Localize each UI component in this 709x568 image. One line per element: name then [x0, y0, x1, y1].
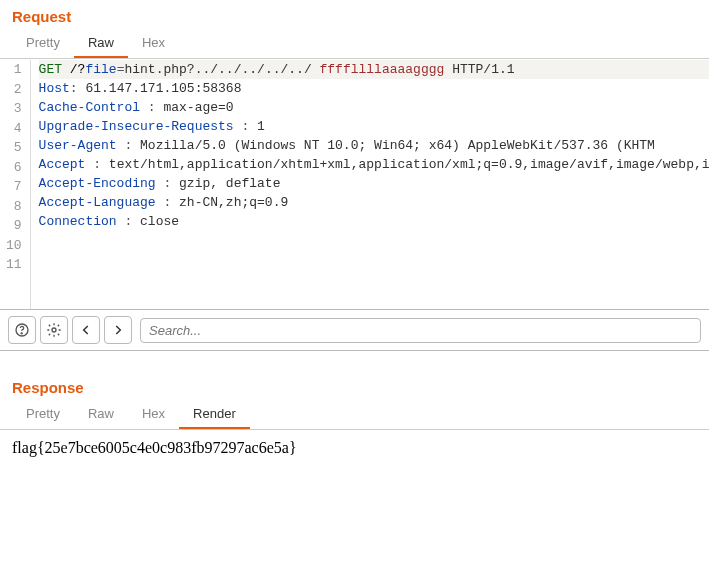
prev-button[interactable]: [72, 316, 100, 344]
search-input[interactable]: [149, 323, 692, 338]
request-raw-body[interactable]: 1 2 3 4 5 6 7 8 9 10 11 GET /?file=hint.…: [0, 60, 709, 309]
help-icon: [14, 322, 30, 338]
next-button[interactable]: [104, 316, 132, 344]
chevron-left-icon: [79, 323, 93, 337]
tab-pretty-request[interactable]: Pretty: [12, 29, 74, 58]
tab-pretty-response[interactable]: Pretty: [12, 400, 74, 429]
toolbar: [0, 309, 709, 351]
svg-point-1: [21, 333, 22, 334]
request-title: Request: [0, 0, 709, 29]
tab-raw-request[interactable]: Raw: [74, 29, 128, 58]
tab-hex-response[interactable]: Hex: [128, 400, 179, 429]
tab-render-response[interactable]: Render: [179, 400, 250, 429]
request-tabs: Pretty Raw Hex: [0, 29, 709, 59]
code-content: GET /?file=hint.php?../../../../../ ffff…: [31, 60, 709, 309]
gear-icon: [46, 322, 62, 338]
tab-hex-request[interactable]: Hex: [128, 29, 179, 58]
settings-button[interactable]: [40, 316, 68, 344]
svg-point-2: [52, 328, 56, 332]
chevron-right-icon: [111, 323, 125, 337]
tab-raw-response[interactable]: Raw: [74, 400, 128, 429]
response-title: Response: [0, 371, 709, 400]
response-render-body[interactable]: flag{25e7bce6005c4e0c983fb97297ac6e5a}: [0, 431, 709, 465]
response-tabs: Pretty Raw Hex Render: [0, 400, 709, 430]
help-button[interactable]: [8, 316, 36, 344]
line-numbers: 1 2 3 4 5 6 7 8 9 10 11: [0, 60, 31, 309]
search-box[interactable]: [140, 318, 701, 343]
